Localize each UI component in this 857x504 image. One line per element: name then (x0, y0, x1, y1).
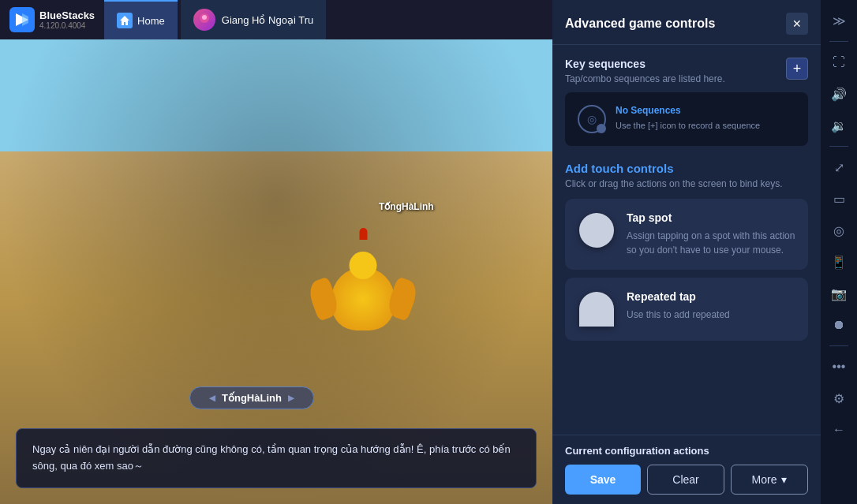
footer-label: Current configuration actions (565, 445, 808, 457)
tab-game[interactable]: Giang Hồ Ngoại Tru (181, 0, 326, 39)
expand-button[interactable]: ⤢ (825, 153, 853, 181)
key-sequences-header: Key sequences Tap/combo sequences are li… (565, 58, 808, 92)
toolbar-divider-2 (829, 146, 848, 147)
fullscreen-icon: ⛶ (833, 55, 845, 69)
eye-icon: ◎ (833, 223, 844, 238)
tablet-button[interactable]: ▭ (825, 185, 853, 213)
more-button-label: More (752, 473, 777, 486)
back-icon: ← (833, 423, 845, 437)
character-sprite (316, 252, 410, 346)
name-plate-text: TốngHàLinh (222, 392, 282, 404)
repeated-tap-card[interactable]: Repeated tap Use this to add repeated (565, 278, 808, 341)
toolbar-divider-1 (829, 41, 848, 42)
game-avatar-icon (196, 12, 212, 28)
repeated-tap-shape (579, 292, 614, 327)
more-options-icon: ••• (833, 360, 846, 374)
save-button[interactable]: Save (565, 465, 641, 495)
sequence-icon: ◎ (578, 105, 606, 133)
phone-button[interactable]: 📱 (825, 248, 853, 276)
game-tab-label: Giang Hồ Ngoại Tru (222, 14, 313, 26)
volume-down-icon: 🔉 (831, 118, 847, 133)
sprite-comb (359, 228, 367, 240)
collapse-panel-button[interactable]: ≫ (825, 6, 853, 35)
app-name: BlueStacks (39, 9, 95, 21)
sprite-head (350, 252, 377, 279)
repeated-tap-desc: Use this to add repeated (627, 308, 795, 322)
tab-home[interactable]: Home (104, 0, 178, 39)
tap-spot-circle (579, 213, 614, 248)
repeated-tap-card-text: Repeated tap Use this to add repeated (627, 290, 795, 322)
bluestacks-logo: BlueStacks 4.120.0.4004 (0, 7, 104, 32)
settings-icon: ⚙ (833, 391, 844, 406)
record-icon: ⏺ (833, 318, 845, 332)
collapse-icon: ≫ (833, 13, 846, 28)
app-version: 4.120.0.4004 (39, 21, 95, 30)
panel-content: Key sequences Tap/combo sequences are li… (552, 45, 821, 435)
settings-button[interactable]: ⚙ (825, 384, 853, 413)
clear-button[interactable]: Clear (647, 465, 724, 495)
touch-controls-desc: Click or drag the actions on the screen … (565, 178, 808, 189)
touch-controls-section: Add touch controls Click or drag the act… (565, 162, 808, 349)
top-bar: BlueStacks 4.120.0.4004 Home Giang Hồ Ng… (0, 0, 552, 39)
key-sequences-desc: Tap/combo sequences are listed here. (565, 73, 725, 84)
tap-spot-desc: Assign tapping on a spot with this actio… (627, 229, 795, 257)
name-plate: TốngHàLinh (189, 386, 314, 409)
home-tab-label: Home (137, 15, 165, 27)
home-tab-icon (117, 13, 133, 28)
tap-spot-card-icon (578, 211, 616, 249)
no-sequences-title: No Sequences (616, 105, 760, 116)
footer-buttons: Save Clear More ▾ (565, 465, 808, 495)
panel-footer: Current configuration actions Save Clear… (552, 435, 821, 504)
phone-icon: 📱 (831, 255, 847, 270)
volume-up-icon: 🔊 (831, 87, 847, 102)
more-chevron-icon: ▾ (781, 473, 787, 486)
back-button[interactable]: ← (825, 416, 853, 444)
add-sequence-button[interactable]: + (786, 58, 808, 80)
sprite-body (331, 267, 395, 330)
no-sequences-box: ◎ No Sequences Use the [+] icon to recor… (565, 92, 808, 146)
home-icon (119, 15, 130, 26)
character-name-top: TốngHàLinh (379, 201, 434, 212)
tap-spot-card[interactable]: Tap spot Assign tapping on a spot with t… (565, 199, 808, 270)
no-sequences-text: No Sequences Use the [+] icon to record … (616, 105, 760, 133)
panel-title: Advanced game controls (565, 17, 715, 31)
expand-icon: ⤢ (834, 160, 844, 175)
controls-panel: Advanced game controls ✕ Key sequences T… (552, 0, 821, 504)
repeated-tap-title: Repeated tap (627, 290, 795, 303)
key-sequences-section: Key sequences Tap/combo sequences are li… (565, 58, 808, 146)
game-area: BlueStacks 4.120.0.4004 Home Giang Hồ Ng… (0, 0, 552, 504)
volume-down-button[interactable]: 🔉 (825, 111, 853, 140)
dialogue-box: Ngay cả niên đại người dẫn đường cũng kh… (16, 428, 537, 488)
svg-point-4 (202, 15, 207, 20)
volume-up-button[interactable]: 🔊 (825, 80, 853, 108)
fullscreen-button[interactable]: ⛶ (825, 48, 853, 77)
repeated-tap-card-icon (578, 290, 616, 328)
panel-close-button[interactable]: ✕ (786, 13, 808, 35)
no-sequences-desc: Use the [+] icon to record a sequence (616, 119, 760, 133)
screenshot-icon: 📷 (831, 286, 847, 301)
tap-spot-title: Tap spot (627, 211, 795, 224)
more-options-button[interactable]: ••• (825, 353, 853, 381)
tablet-icon: ▭ (833, 192, 845, 207)
screenshot-button[interactable]: 📷 (825, 279, 853, 308)
game-tab-icon (193, 9, 215, 31)
bluestacks-name-group: BlueStacks 4.120.0.4004 (39, 9, 95, 30)
bluestacks-logo-icon (9, 7, 35, 32)
panel-header: Advanced game controls ✕ (552, 0, 821, 45)
eye-button[interactable]: ◎ (825, 216, 853, 245)
toolbar-divider-3 (829, 345, 848, 346)
record-button[interactable]: ⏺ (825, 311, 853, 339)
right-toolbar: ≫ ⛶ 🔊 🔉 ⤢ ▭ ◎ 📱 📷 ⏺ ••• ⚙ ← (821, 0, 857, 504)
more-button[interactable]: More ▾ (731, 465, 808, 495)
key-sequences-title: Key sequences (565, 58, 725, 70)
dialogue-text: Ngay cả niên đại người dẫn đường cũng kh… (32, 443, 511, 472)
tap-spot-card-text: Tap spot Assign tapping on a spot with t… (627, 211, 795, 257)
touch-controls-title: Add touch controls (565, 162, 808, 175)
sequence-icon-inner: ◎ (587, 113, 597, 125)
key-sequences-title-group: Key sequences Tap/combo sequences are li… (565, 58, 725, 92)
